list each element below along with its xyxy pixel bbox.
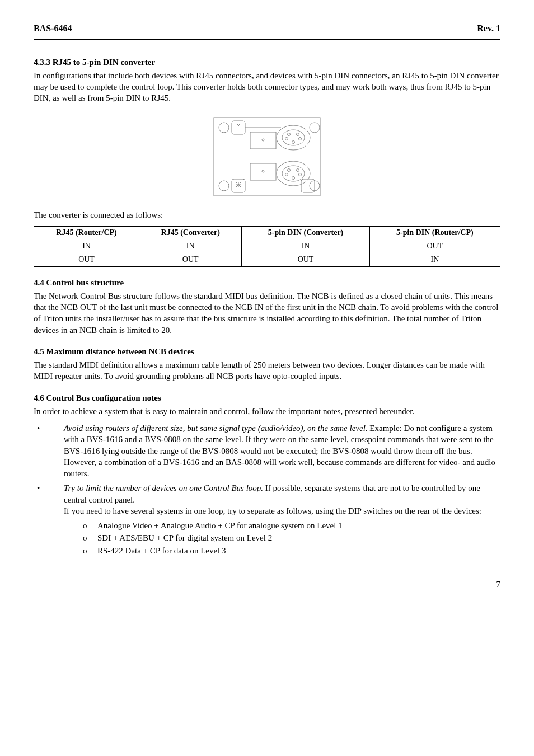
notes-list: • Avoid using routers of different size,…	[34, 422, 500, 516]
note-text: Try to limit the number of devices on on…	[64, 482, 500, 516]
svg-point-8	[277, 125, 310, 150]
sub-text: SDI + AES/EBU + CP for digital system on…	[97, 532, 272, 543]
converter-diagram	[197, 112, 337, 201]
sub-text: RS-422 Data + CP for data on Level 3	[97, 545, 226, 556]
svg-point-26	[288, 168, 291, 171]
doc-rev: Rev. 1	[477, 22, 500, 35]
svg-point-29	[299, 173, 302, 176]
svg-point-24	[277, 161, 310, 186]
cell: OUT	[34, 253, 139, 266]
converter-connection-table: RJ45 (Router/CP) RJ45 (Converter) 5-pin …	[34, 226, 500, 267]
svg-rect-22	[250, 163, 276, 180]
bullet-icon: •	[34, 482, 64, 516]
note-text: Avoid using routers of different size, b…	[64, 422, 500, 479]
circle-bullet-icon: o	[83, 520, 97, 531]
section-4-5-para: The standard MIDI definition allows a ma…	[34, 359, 500, 382]
section-4-4-para: The Network Control Bus structure follow…	[34, 290, 500, 336]
page-header: BAS-6464 Rev. 1	[34, 22, 500, 40]
cell: OUT	[369, 240, 500, 253]
circle-bullet-icon: o	[83, 545, 97, 556]
bullet-icon: •	[34, 422, 64, 479]
list-item: • Avoid using routers of different size,…	[34, 422, 500, 479]
note-em: Avoid using routers of different size, b…	[64, 424, 368, 433]
th-rj45-router: RJ45 (Router/CP)	[34, 226, 139, 240]
note-em: Try to limit the number of devices on on…	[64, 483, 263, 492]
cell: IN	[369, 253, 500, 266]
doc-id: BAS-6464	[34, 22, 72, 35]
th-din-converter: 5-pin DIN (Converter)	[242, 226, 369, 240]
section-4-6-para: In order to achieve a system that is eas…	[34, 406, 500, 417]
section-4-4-heading: 4.4 Control bus structure	[34, 277, 500, 288]
svg-rect-0	[214, 118, 320, 196]
svg-rect-2	[232, 121, 245, 134]
svg-point-12	[285, 137, 288, 140]
section-4-3-3-para: In configurations that include both devi…	[34, 70, 500, 104]
cell: IN	[242, 240, 369, 253]
th-rj45-converter: RJ45 (Converter)	[139, 226, 242, 240]
list-item: oRS-422 Data + CP for data on Level 3	[83, 545, 500, 556]
svg-point-11	[297, 133, 299, 135]
svg-point-1	[219, 123, 229, 133]
cell: IN	[34, 240, 139, 253]
svg-point-28	[285, 173, 288, 176]
th-din-router: 5-pin DIN (Router/CP)	[369, 226, 500, 240]
svg-point-15	[310, 123, 320, 133]
svg-point-30	[292, 176, 295, 179]
note-rest2: If you need to have several systems in o…	[64, 506, 481, 515]
page-number: 7	[34, 579, 500, 590]
section-4-5-heading: 4.5 Maximum distance between NCB devices	[34, 346, 500, 357]
sub-text: Analogue Video + Analogue Audio + CP for…	[97, 520, 343, 531]
section-4-6-heading: 4.6 Control Bus configuration notes	[34, 392, 500, 403]
table-intro: The converter is connected as follows:	[34, 209, 500, 220]
circle-bullet-icon: o	[83, 532, 97, 543]
section-4-3-3-heading: 4.3.3 RJ45 to 5-pin DIN converter	[34, 57, 500, 68]
svg-point-14	[292, 140, 295, 143]
svg-point-23	[262, 170, 264, 172]
svg-point-16	[219, 181, 229, 191]
svg-point-13	[299, 137, 302, 140]
svg-rect-6	[250, 132, 276, 149]
svg-point-7	[262, 139, 264, 141]
cell: OUT	[242, 253, 369, 266]
list-item: oSDI + AES/EBU + CP for digital system o…	[83, 532, 500, 543]
table-header-row: RJ45 (Router/CP) RJ45 (Converter) 5-pin …	[34, 226, 500, 240]
sub-list: oAnalogue Video + Analogue Audio + CP fo…	[34, 520, 500, 556]
list-item: oAnalogue Video + Analogue Audio + CP fo…	[83, 520, 500, 531]
table-row: IN IN IN OUT	[34, 240, 500, 253]
list-item: • Try to limit the number of devices on …	[34, 482, 500, 516]
cell: IN	[139, 240, 242, 253]
svg-point-27	[297, 168, 299, 171]
table-row: OUT OUT OUT IN	[34, 253, 500, 266]
cell: OUT	[139, 253, 242, 266]
svg-point-10	[288, 133, 291, 135]
